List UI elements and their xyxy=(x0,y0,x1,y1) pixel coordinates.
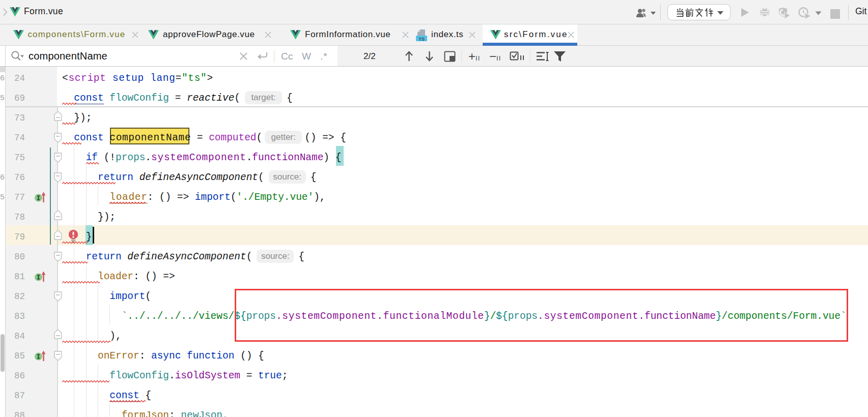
svg-text:TS: TS xyxy=(418,36,425,42)
